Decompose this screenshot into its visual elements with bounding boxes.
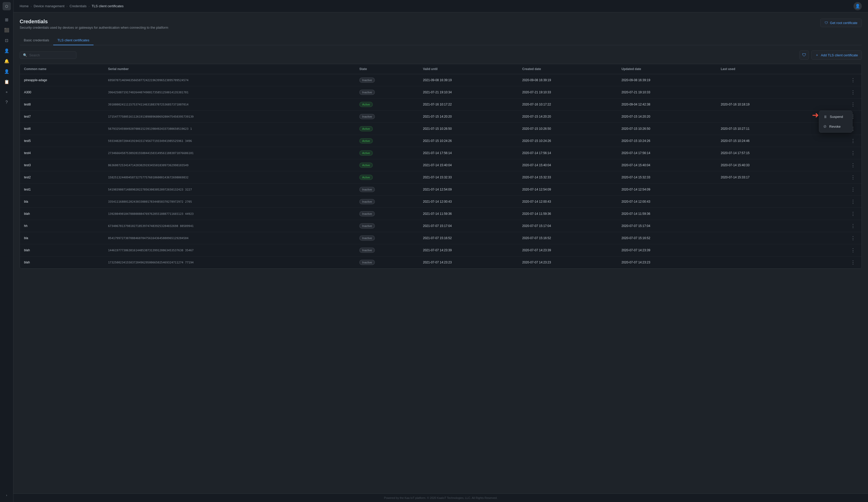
row-actions-button[interactable]: ⋮ bbox=[849, 247, 857, 253]
row-actions-button[interactable]: ⋮ bbox=[849, 198, 857, 205]
cell-last-used bbox=[716, 111, 816, 123]
cell-valid-until: 2021-07-21 19:10:34 bbox=[419, 86, 518, 99]
row-actions-button[interactable]: ⋮ bbox=[849, 235, 857, 241]
cell-created: 2020-07-15 14:20:20 bbox=[518, 111, 617, 123]
cell-state: Active bbox=[355, 159, 419, 171]
context-menu-suspend[interactable]: ⏸ Suspend bbox=[819, 112, 852, 121]
sidebar-item-help[interactable]: ? bbox=[2, 98, 11, 107]
cell-valid-until: 2021-07-07 15:16:52 bbox=[419, 232, 518, 244]
cell-last-used bbox=[716, 208, 816, 220]
cell-actions: ⋮ bbox=[816, 159, 861, 171]
user-avatar-button[interactable]: 👤 bbox=[854, 2, 862, 10]
sidebar-item-reports[interactable]: 📋 bbox=[2, 77, 11, 86]
cell-common-name: A300 bbox=[20, 86, 104, 99]
cell-created: 2020-07-14 17:56:14 bbox=[518, 147, 617, 159]
page-title-section: Credentials Security credentials used by… bbox=[20, 19, 168, 29]
table-row: test6 5679325459849207086152391398492433… bbox=[20, 123, 861, 135]
shield-filter-icon: 🛡 bbox=[802, 53, 806, 57]
cell-updated: 2020-07-07 14:23:39 bbox=[617, 244, 716, 257]
cell-last-used bbox=[716, 183, 816, 196]
cell-updated: 2020-07-14 11:59:36 bbox=[617, 208, 716, 220]
context-menu-revoke[interactable]: ⊘ Revoke bbox=[819, 121, 852, 131]
page-header: Credentials Security credentials used by… bbox=[20, 19, 862, 29]
row-actions-button[interactable]: ⋮ bbox=[849, 150, 857, 157]
breadcrumb-credentials[interactable]: Credentials bbox=[70, 4, 86, 8]
breadcrumb: Home › Device management › Credentials ›… bbox=[20, 4, 123, 8]
table-row: blah 17325002341550372049629500665025469… bbox=[20, 257, 861, 269]
cell-valid-until: 2021-07-16 10:17:22 bbox=[419, 99, 518, 111]
filter-shield-button[interactable]: 🛡 bbox=[799, 50, 809, 60]
cell-state: Inactive bbox=[355, 232, 419, 244]
topnav-right: 👤 bbox=[854, 2, 862, 10]
sidebar-item-users[interactable]: 👤 bbox=[2, 46, 11, 55]
table-row: test8 3910800241111575374114631883707253… bbox=[20, 99, 861, 111]
row-actions-button[interactable]: ⋮ bbox=[849, 101, 857, 108]
row-actions-button[interactable]: ⋮ bbox=[849, 186, 857, 193]
cell-serial: 1582513244894587327577576018600014367269… bbox=[104, 171, 355, 183]
breadcrumb-sep-3: › bbox=[89, 4, 90, 8]
cell-created: 2020-07-07 15:17:04 bbox=[518, 220, 617, 232]
cell-actions: ⋮ bbox=[816, 147, 861, 159]
sidebar-expand-btn[interactable]: › bbox=[2, 491, 11, 500]
row-actions-button[interactable]: ⋮ bbox=[849, 223, 857, 229]
row-actions-button[interactable]: ⋮ bbox=[849, 77, 857, 83]
cell-actions: ⋮ bbox=[816, 232, 861, 244]
breadcrumb-sep-1: › bbox=[31, 4, 32, 8]
cell-state: Active bbox=[355, 147, 419, 159]
col-state: State bbox=[355, 64, 419, 74]
cell-last-used: 2020-07-15 10:24:46 bbox=[716, 135, 816, 147]
cell-created: 2020-07-14 11:59:36 bbox=[518, 208, 617, 220]
tab-tls-client-certs[interactable]: TLS client certificates bbox=[53, 36, 94, 45]
cell-state: Inactive bbox=[355, 220, 419, 232]
col-serial: Serial number bbox=[104, 64, 355, 74]
add-cert-label: Add TLS client certificate bbox=[821, 53, 858, 57]
row-actions-button[interactable]: ⋮ bbox=[849, 259, 857, 266]
cell-last-used bbox=[716, 74, 816, 86]
row-actions-button[interactable]: ⋮ bbox=[849, 89, 857, 96]
cell-serial: 1715477758051611261913898896806928047545… bbox=[104, 111, 355, 123]
cell-valid-until: 2021-07-14 17:56:14 bbox=[419, 147, 518, 159]
root-cert-button[interactable]: 🛡 Get root certificate bbox=[820, 19, 862, 27]
cell-created: 2020-07-14 15:40:04 bbox=[518, 159, 617, 171]
sidebar-item-dashboard[interactable]: ⊞ bbox=[2, 15, 11, 24]
cell-state: Inactive bbox=[355, 183, 419, 196]
table-row: bla 854179972730708846070475616436458809… bbox=[20, 232, 861, 244]
sidebar-item-apps[interactable]: ⊡ bbox=[2, 36, 11, 45]
cell-state: Inactive bbox=[355, 244, 419, 257]
sidebar-item-endpoints[interactable]: ⚬ bbox=[2, 87, 11, 97]
sidebar-item-profile[interactable]: 👤 bbox=[2, 67, 11, 76]
col-valid-until: Valid until bbox=[419, 64, 518, 74]
breadcrumb-current: TLS client certificates bbox=[92, 4, 124, 8]
cell-updated: 2020-07-14 15:32:33 bbox=[617, 171, 716, 183]
row-actions-button[interactable]: ⋮ bbox=[849, 174, 857, 181]
breadcrumb-device-management[interactable]: Device management bbox=[34, 4, 64, 8]
sidebar-item-notifications[interactable]: 🔔 bbox=[2, 56, 11, 66]
cell-common-name: test3 bbox=[20, 159, 104, 171]
cell-last-used bbox=[716, 220, 816, 232]
sidebar-item-devices[interactable]: ⬛ bbox=[2, 25, 11, 34]
row-actions-button[interactable]: ⋮ bbox=[849, 210, 857, 217]
row-actions-button[interactable]: ⋮ bbox=[849, 162, 857, 169]
cell-valid-until: 2021-07-14 12:54:09 bbox=[419, 183, 518, 196]
toolbar-right: 🛡 ＋ Add TLS client certificate bbox=[799, 50, 862, 60]
cell-updated: 2020-07-07 15:17:04 bbox=[617, 220, 716, 232]
cell-actions: ⋮ bbox=[816, 244, 861, 257]
cell-created: 2020-07-15 10:26:50 bbox=[518, 123, 617, 135]
cell-created: 2020-07-07 15:16:52 bbox=[518, 232, 617, 244]
row-actions-button[interactable]: ⋮ bbox=[849, 138, 857, 144]
breadcrumb-home[interactable]: Home bbox=[20, 4, 29, 8]
cell-serial: 8636007253414714203029193455018309736299… bbox=[104, 159, 355, 171]
toolbar: 🔍 🛡 ＋ Add TLS client certificate bbox=[20, 50, 862, 60]
cell-created: 2020-09-08 16:39:19 bbox=[518, 74, 617, 86]
tab-basic-credentials[interactable]: Basic credentials bbox=[20, 36, 53, 45]
cell-state: Inactive bbox=[355, 86, 419, 99]
search-input[interactable] bbox=[29, 53, 73, 57]
cell-last-used: 2020-07-14 17:57:15 bbox=[716, 147, 816, 159]
cell-updated: 2020-07-15 10:26:50 bbox=[617, 123, 716, 135]
footer-text: Powered by the Kaa IoT platform. © 2020 … bbox=[384, 496, 497, 500]
plus-icon: ＋ bbox=[815, 53, 819, 57]
cell-last-used bbox=[716, 86, 816, 99]
main-area: Home › Device management › Credentials ›… bbox=[13, 0, 868, 502]
sidebar-logo[interactable]: ⬡ bbox=[3, 2, 11, 10]
add-tls-cert-button[interactable]: ＋ Add TLS client certificate bbox=[812, 50, 862, 60]
